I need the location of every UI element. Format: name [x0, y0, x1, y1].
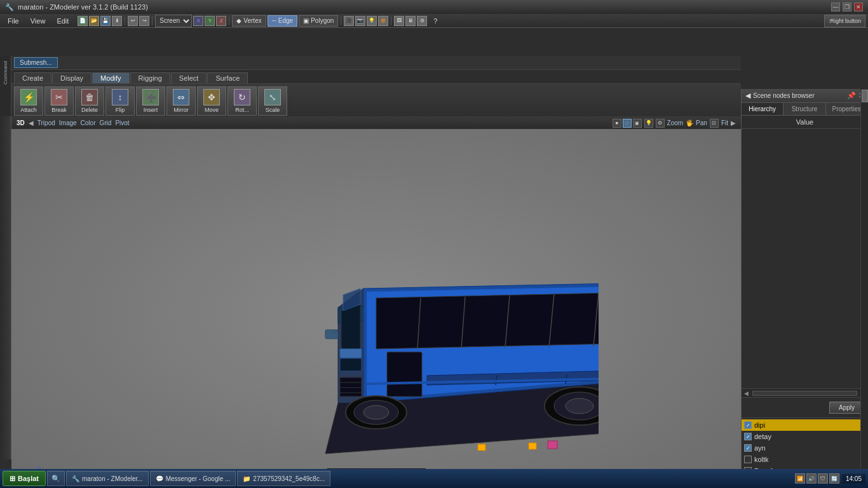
screen-mode-dropdown[interactable]: Screen [155, 15, 192, 27]
save-icon[interactable]: 💾 [100, 16, 111, 26]
tab-rigging[interactable]: Rigging [130, 72, 170, 83]
svg-rect-20 [340, 358, 362, 371]
view-grid[interactable]: Grid [99, 119, 111, 126]
tool-delete[interactable]: 🗑 Delete [75, 86, 104, 116]
close-button[interactable]: ✕ [854, 3, 863, 11]
light1-icon[interactable]: 💡 [367, 16, 377, 26]
view-image[interactable]: Image [59, 119, 77, 126]
titlebar-title: 🔧 maraton - ZModeler ver 3.1.2 (Build 11… [5, 3, 148, 11]
rotate-icon: ↻ [234, 89, 250, 105]
command-sidebar-tab[interactable]: Command [2, 58, 9, 87]
checkbox-koltk[interactable] [744, 456, 752, 463]
view-tripod[interactable]: Tripod [37, 119, 55, 126]
taskbar-zmodeler[interactable]: 🔧 maraton - ZModeler... [66, 471, 149, 486]
tool-attach[interactable]: ⚡ Attach [14, 86, 43, 116]
undo-icon[interactable]: ↩ [128, 16, 138, 26]
minimize-button[interactable]: — [831, 3, 840, 11]
vertex-mode-btn[interactable]: ◆ Vertex [232, 15, 266, 27]
tab-modify[interactable]: Modify [92, 72, 129, 83]
view-arrow[interactable]: ◀ [29, 119, 34, 126]
tool-mirror[interactable]: ⇔ Mirror [166, 86, 196, 116]
panel-collapse-icon[interactable]: ◀ [745, 92, 750, 100]
tool-break[interactable]: ✂ Break [44, 86, 74, 116]
svg-rect-13 [387, 352, 422, 396]
apply-area: Apply [742, 397, 868, 418]
settings-icon[interactable]: ⚙ [417, 16, 427, 26]
view-color[interactable]: Color [81, 119, 96, 126]
tool-move[interactable]: ✥ Move [197, 86, 226, 116]
tool-delete-label: Delete [81, 107, 98, 113]
right-button-label: :Right button [829, 18, 861, 24]
svg-marker-5 [376, 292, 599, 349]
edge-mode-btn[interactable]: ─ Edge [268, 15, 297, 27]
tray-security-icon[interactable]: 🛡 [818, 473, 828, 484]
tab-surface[interactable]: Surface [207, 72, 248, 83]
taskbar-messenger[interactable]: 💬 Messenger - Google ... [150, 471, 236, 486]
tool-insert[interactable]: ➕ Insert [136, 86, 165, 116]
display-mode-3-icon[interactable]: ▣ [633, 119, 642, 128]
right-button[interactable]: :Right button [824, 15, 865, 27]
tab-hierarchy[interactable]: Hierarchy [742, 103, 783, 115]
tab-create[interactable]: Create [14, 72, 51, 83]
tray-network-icon[interactable]: 📶 [795, 473, 805, 484]
open-icon[interactable]: 📂 [89, 16, 99, 26]
panel-pin-icon[interactable]: 📌 [847, 92, 856, 100]
tool-flip[interactable]: ↕ Flip [105, 86, 135, 116]
tab-display[interactable]: Display [52, 72, 92, 83]
taskbar-file[interactable]: 📁 27357529342_5e49c8c... [237, 471, 330, 486]
node-dipi[interactable]: dipi [742, 419, 868, 431]
menu-edit[interactable]: Edit [51, 16, 74, 26]
fit-label[interactable]: Fit [721, 119, 728, 126]
taskbar-search[interactable]: 🔍 [47, 471, 65, 486]
horizontal-scrollbar[interactable]: ◀ ▶ [742, 388, 868, 397]
menu-file[interactable]: File [3, 16, 24, 26]
titlebar-controls[interactable]: — ❐ ✕ [831, 3, 863, 11]
svg-rect-21 [340, 349, 362, 358]
checkbox-ayn[interactable] [744, 444, 752, 452]
view-settings-icon[interactable]: ⚙ [656, 119, 665, 128]
node-ayn[interactable]: ayn [742, 442, 868, 454]
render1-icon[interactable]: 🖼 [394, 16, 404, 26]
view-pivot[interactable]: Pivot [115, 119, 129, 126]
display-mode-1-icon[interactable]: ■ [613, 119, 621, 128]
display-mode-2-icon[interactable]: □ [623, 119, 632, 128]
tool-rotate[interactable]: ↻ Rot... [227, 86, 257, 116]
cam1-icon[interactable]: 🎥 [344, 16, 354, 26]
x-icon[interactable]: X [193, 16, 203, 26]
restore-button[interactable]: ❐ [843, 3, 851, 11]
menu-help[interactable]: ? [428, 16, 442, 26]
tray-sync-icon[interactable]: 🔄 [829, 473, 839, 484]
clock[interactable]: 14:05 [842, 474, 865, 484]
checkbox-dipi[interactable] [744, 421, 752, 429]
checkbox-detay[interactable] [744, 433, 752, 440]
light2-icon[interactable]: 🔆 [378, 16, 388, 26]
new-icon[interactable]: 📄 [78, 16, 88, 26]
apply-button[interactable]: Apply [829, 402, 864, 414]
pan-label[interactable]: Pan [696, 119, 707, 126]
menubar: File View Edit 📄 📂 💾 ⬇ ↩ ↪ Screen X Y Z … [0, 14, 868, 28]
node-detay[interactable]: detay [742, 431, 868, 442]
render2-icon[interactable]: 🖥 [405, 16, 416, 26]
z-icon[interactable]: Z [216, 16, 226, 26]
viewport[interactable]: X Y Z Temsa'cı Nazım Usta [11, 129, 741, 488]
polygon-mode-btn[interactable]: ▣ Polygon [299, 15, 338, 27]
tray-sound-icon[interactable]: 🔊 [806, 473, 817, 484]
tool-scale[interactable]: ⤡ Scale [258, 86, 287, 116]
node-koltk[interactable]: koltk [742, 454, 868, 465]
zoom-label[interactable]: Zoom [667, 119, 684, 126]
start-button[interactable]: ⊞ Başlat [3, 471, 46, 486]
tab-structure[interactable]: Structure [783, 103, 825, 115]
expand-icon[interactable]: ▶ [731, 119, 736, 126]
light-icon[interactable]: 💡 [644, 119, 653, 128]
y-icon[interactable]: Y [205, 16, 215, 26]
tab-select[interactable]: Select [171, 72, 207, 83]
cam2-icon[interactable]: 📷 [355, 16, 365, 26]
tool-attach-label: Attach [20, 107, 37, 113]
menu-view[interactable]: View [25, 16, 51, 26]
tool-flip-label: Flip [116, 107, 125, 113]
vertical-scrollbar[interactable] [860, 89, 868, 488]
redo-icon[interactable]: ↪ [139, 16, 149, 26]
fit-icon[interactable]: ⊡ [710, 119, 719, 128]
import-icon[interactable]: ⬇ [112, 16, 122, 26]
pan-icon[interactable]: 🖐 [686, 119, 693, 126]
